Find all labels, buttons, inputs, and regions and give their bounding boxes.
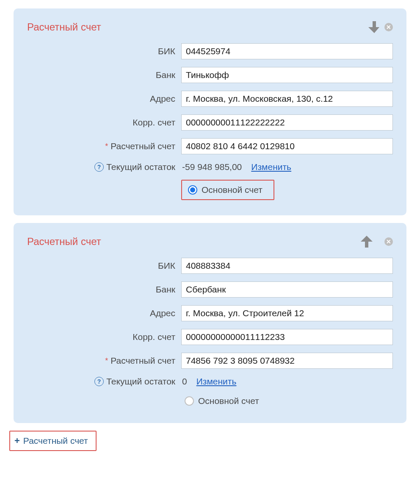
- field-corr: Корр. счет: [27, 114, 393, 131]
- label-bik: БИК: [27, 261, 175, 271]
- input-account[interactable]: [181, 353, 393, 369]
- label-account-text: Расчетный счет: [111, 141, 175, 151]
- close-icon[interactable]: ✕: [384, 23, 393, 31]
- required-marker: *: [105, 356, 108, 365]
- input-bik[interactable]: [181, 258, 393, 274]
- label-bik: БИК: [27, 46, 175, 56]
- add-account-row: + Расчетный счет: [9, 431, 416, 451]
- field-account: * Расчетный счет: [27, 138, 393, 154]
- input-bank[interactable]: [181, 281, 393, 298]
- arrow-up-icon[interactable]: [361, 235, 373, 248]
- highlight-main-account: Основной счет: [181, 180, 274, 200]
- label-account-text: Расчетный счет: [111, 356, 175, 366]
- balance-value: 0: [182, 376, 187, 387]
- input-corr[interactable]: [181, 114, 393, 131]
- plus-icon: +: [14, 436, 20, 446]
- field-balance: ? Текущий остаток 0 Изменить: [27, 376, 393, 387]
- card-actions: ✕: [368, 20, 393, 34]
- label-address: Адрес: [27, 308, 175, 318]
- field-account: * Расчетный счет: [27, 353, 393, 369]
- label-address: Адрес: [27, 94, 175, 104]
- input-account[interactable]: [181, 138, 393, 154]
- add-account-button[interactable]: + Расчетный счет: [9, 431, 97, 451]
- account-card: Расчетный счет ✕ БИК Банк Адрес Корр. сч…: [14, 223, 406, 423]
- close-icon[interactable]: ✕: [384, 237, 393, 246]
- label-corr: Корр. счет: [27, 117, 175, 128]
- label-bank: Банк: [27, 70, 175, 80]
- card-title: Расчетный счет: [27, 21, 368, 33]
- help-icon[interactable]: ?: [94, 377, 104, 386]
- main-account-radio[interactable]: Основной счет: [185, 183, 266, 197]
- main-account-row: Основной счет: [181, 394, 393, 408]
- main-account-row: Основной счет: [181, 180, 393, 200]
- arrow-down-icon[interactable]: [368, 20, 380, 34]
- field-bik: БИК: [27, 43, 393, 59]
- label-balance-text: Текущий остаток: [106, 376, 175, 387]
- card-actions: ✕: [361, 235, 393, 248]
- label-bank: Банк: [27, 284, 175, 295]
- input-address[interactable]: [181, 305, 393, 321]
- card-title: Расчетный счет: [27, 236, 361, 248]
- change-link[interactable]: Изменить: [196, 376, 237, 387]
- card-header: Расчетный счет ✕: [27, 235, 393, 248]
- label-account: * Расчетный счет: [27, 356, 175, 366]
- label-balance: ? Текущий остаток: [27, 162, 175, 172]
- balance-value-wrap: -59 948 985,00 Изменить: [181, 162, 291, 172]
- label-balance: ? Текущий остаток: [27, 376, 175, 387]
- input-bik[interactable]: [181, 43, 393, 59]
- input-bank[interactable]: [181, 67, 393, 83]
- label-account: * Расчетный счет: [27, 141, 175, 151]
- field-balance: ? Текущий остаток -59 948 985,00 Изменит…: [27, 162, 393, 172]
- required-marker: *: [105, 142, 108, 151]
- add-account-label: Расчетный счет: [23, 436, 88, 446]
- account-card: Расчетный счет ✕ БИК Банк Адрес Корр. сч…: [14, 8, 406, 215]
- field-bik: БИК: [27, 258, 393, 274]
- main-account-label: Основной счет: [202, 185, 262, 195]
- field-address: Адрес: [27, 91, 393, 107]
- field-address: Адрес: [27, 305, 393, 321]
- balance-value-wrap: 0 Изменить: [181, 376, 236, 387]
- help-icon[interactable]: ?: [94, 162, 104, 172]
- radio-icon: [185, 396, 194, 406]
- field-bank: Банк: [27, 281, 393, 298]
- balance-value: -59 948 985,00: [182, 162, 242, 172]
- field-bank: Банк: [27, 67, 393, 83]
- change-link[interactable]: Изменить: [251, 162, 291, 172]
- label-corr: Корр. счет: [27, 332, 175, 342]
- field-corr: Корр. счет: [27, 329, 393, 345]
- main-account-label: Основной счет: [198, 396, 259, 406]
- input-address[interactable]: [181, 91, 393, 107]
- label-balance-text: Текущий остаток: [106, 162, 175, 172]
- card-header: Расчетный счет ✕: [27, 20, 393, 34]
- radio-icon: [188, 185, 197, 195]
- main-account-radio[interactable]: Основной счет: [181, 394, 262, 408]
- input-corr[interactable]: [181, 329, 393, 345]
